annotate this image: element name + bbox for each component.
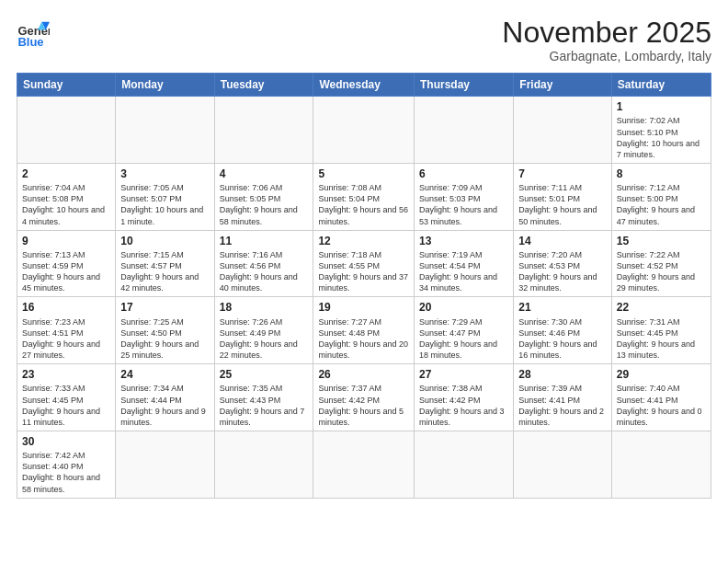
day-number: 20 [419,300,508,315]
calendar-cell: 18Sunrise: 7:26 AM Sunset: 4:49 PM Dayli… [214,297,313,364]
day-sun-info: Sunrise: 7:34 AM Sunset: 4:44 PM Dayligh… [120,383,209,428]
col-wednesday: Wednesday [313,74,415,97]
calendar-cell [415,431,514,498]
calendar-cell [214,431,313,498]
col-sunday: Sunday [17,74,116,97]
month-title: November 2025 [502,17,711,49]
calendar-cell: 25Sunrise: 7:35 AM Sunset: 4:43 PM Dayli… [214,364,313,431]
day-number: 30 [22,434,110,449]
day-sun-info: Sunrise: 7:23 AM Sunset: 4:51 PM Dayligh… [22,316,110,362]
logo: General Blue [17,17,50,50]
calendar-cell [116,431,214,498]
calendar-cell [313,97,415,164]
calendar-cell: 6Sunrise: 7:09 AM Sunset: 5:03 PM Daylig… [415,163,514,230]
calendar-cell: 16Sunrise: 7:23 AM Sunset: 4:51 PM Dayli… [17,297,116,364]
calendar-cell: 29Sunrise: 7:40 AM Sunset: 4:41 PM Dayli… [611,364,711,431]
day-sun-info: Sunrise: 7:35 AM Sunset: 4:43 PM Dayligh… [220,383,309,428]
day-number: 6 [419,167,508,181]
day-number: 23 [22,367,110,382]
title-block: November 2025 Garbagnate, Lombardy, Ital… [502,17,711,63]
calendar-table: Sunday Monday Tuesday Wednesday Thursday… [17,73,711,499]
calendar-cell: 8Sunrise: 7:12 AM Sunset: 5:00 PM Daylig… [611,163,711,230]
day-number: 9 [22,234,110,248]
location-subtitle: Garbagnate, Lombardy, Italy [502,49,711,63]
day-sun-info: Sunrise: 7:16 AM Sunset: 4:56 PM Dayligh… [220,249,309,294]
day-number: 24 [120,367,209,382]
col-tuesday: Tuesday [214,74,313,97]
day-number: 29 [617,367,706,382]
day-sun-info: Sunrise: 7:18 AM Sunset: 4:55 PM Dayligh… [318,249,409,294]
day-sun-info: Sunrise: 7:22 AM Sunset: 4:52 PM Dayligh… [617,249,706,294]
calendar-week-row: 1Sunrise: 7:02 AM Sunset: 5:10 PM Daylig… [17,97,711,164]
calendar-cell: 4Sunrise: 7:06 AM Sunset: 5:05 PM Daylig… [214,163,313,230]
calendar-cell: 15Sunrise: 7:22 AM Sunset: 4:52 PM Dayli… [611,230,711,297]
day-number: 17 [120,300,209,315]
calendar-week-row: 16Sunrise: 7:23 AM Sunset: 4:51 PM Dayli… [17,297,711,364]
calendar-cell: 14Sunrise: 7:20 AM Sunset: 4:53 PM Dayli… [514,230,612,297]
day-number: 8 [617,167,706,181]
calendar-cell: 20Sunrise: 7:29 AM Sunset: 4:47 PM Dayli… [415,297,514,364]
day-sun-info: Sunrise: 7:26 AM Sunset: 4:49 PM Dayligh… [220,316,309,362]
col-thursday: Thursday [415,74,514,97]
day-number: 25 [220,367,309,382]
calendar-cell: 30Sunrise: 7:42 AM Sunset: 4:40 PM Dayli… [17,431,116,498]
day-number: 14 [518,234,607,248]
calendar-week-row: 30Sunrise: 7:42 AM Sunset: 4:40 PM Dayli… [17,431,711,498]
day-sun-info: Sunrise: 7:37 AM Sunset: 4:42 PM Dayligh… [318,383,409,428]
calendar-cell: 13Sunrise: 7:19 AM Sunset: 4:54 PM Dayli… [415,230,514,297]
logo-icon: General Blue [17,17,50,50]
day-sun-info: Sunrise: 7:02 AM Sunset: 5:10 PM Dayligh… [617,115,706,160]
weekday-header-row: Sunday Monday Tuesday Wednesday Thursday… [17,74,711,97]
day-number: 12 [318,234,409,248]
calendar-cell [514,97,612,164]
day-number: 28 [518,367,607,382]
day-number: 15 [617,234,706,248]
calendar-cell: 1Sunrise: 7:02 AM Sunset: 5:10 PM Daylig… [611,97,711,164]
col-saturday: Saturday [611,74,711,97]
day-sun-info: Sunrise: 7:33 AM Sunset: 4:45 PM Dayligh… [22,383,110,428]
calendar-cell: 26Sunrise: 7:37 AM Sunset: 4:42 PM Dayli… [313,364,415,431]
calendar-cell: 5Sunrise: 7:08 AM Sunset: 5:04 PM Daylig… [313,163,415,230]
day-number: 1 [617,99,706,114]
day-number: 27 [419,367,508,382]
calendar-cell: 12Sunrise: 7:18 AM Sunset: 4:55 PM Dayli… [313,230,415,297]
day-sun-info: Sunrise: 7:06 AM Sunset: 5:05 PM Dayligh… [220,182,309,227]
calendar-cell: 7Sunrise: 7:11 AM Sunset: 5:01 PM Daylig… [514,163,612,230]
day-sun-info: Sunrise: 7:04 AM Sunset: 5:08 PM Dayligh… [22,182,110,227]
day-number: 19 [318,300,409,315]
calendar-cell [116,97,214,164]
day-number: 7 [518,167,607,181]
day-number: 22 [617,300,706,315]
calendar-cell [214,97,313,164]
col-monday: Monday [116,74,214,97]
calendar-cell [17,97,116,164]
calendar-cell: 23Sunrise: 7:33 AM Sunset: 4:45 PM Dayli… [17,364,116,431]
day-number: 3 [120,167,209,181]
day-sun-info: Sunrise: 7:30 AM Sunset: 4:46 PM Dayligh… [518,316,607,362]
day-number: 16 [22,300,110,315]
day-number: 11 [220,234,309,248]
calendar-cell [611,431,711,498]
day-number: 18 [220,300,309,315]
day-number: 21 [518,300,607,315]
calendar-cell: 27Sunrise: 7:38 AM Sunset: 4:42 PM Dayli… [415,364,514,431]
day-sun-info: Sunrise: 7:12 AM Sunset: 5:00 PM Dayligh… [617,182,706,227]
day-sun-info: Sunrise: 7:31 AM Sunset: 4:45 PM Dayligh… [617,316,706,362]
day-sun-info: Sunrise: 7:11 AM Sunset: 5:01 PM Dayligh… [518,182,607,227]
calendar-cell: 2Sunrise: 7:04 AM Sunset: 5:08 PM Daylig… [17,163,116,230]
day-sun-info: Sunrise: 7:13 AM Sunset: 4:59 PM Dayligh… [22,249,110,294]
calendar-cell: 10Sunrise: 7:15 AM Sunset: 4:57 PM Dayli… [116,230,214,297]
calendar-cell: 17Sunrise: 7:25 AM Sunset: 4:50 PM Dayli… [116,297,214,364]
calendar-week-row: 23Sunrise: 7:33 AM Sunset: 4:45 PM Dayli… [17,364,711,431]
header: General Blue November 2025 Garbagnate, L… [17,17,711,63]
day-sun-info: Sunrise: 7:09 AM Sunset: 5:03 PM Dayligh… [419,182,508,227]
day-number: 13 [419,234,508,248]
page: General Blue November 2025 Garbagnate, L… [0,0,728,563]
calendar-cell: 22Sunrise: 7:31 AM Sunset: 4:45 PM Dayli… [611,297,711,364]
calendar-cell [514,431,612,498]
calendar-cell: 9Sunrise: 7:13 AM Sunset: 4:59 PM Daylig… [17,230,116,297]
svg-text:Blue: Blue [17,35,43,49]
day-sun-info: Sunrise: 7:25 AM Sunset: 4:50 PM Dayligh… [120,316,209,362]
calendar-cell: 21Sunrise: 7:30 AM Sunset: 4:46 PM Dayli… [514,297,612,364]
calendar-week-row: 2Sunrise: 7:04 AM Sunset: 5:08 PM Daylig… [17,163,711,230]
